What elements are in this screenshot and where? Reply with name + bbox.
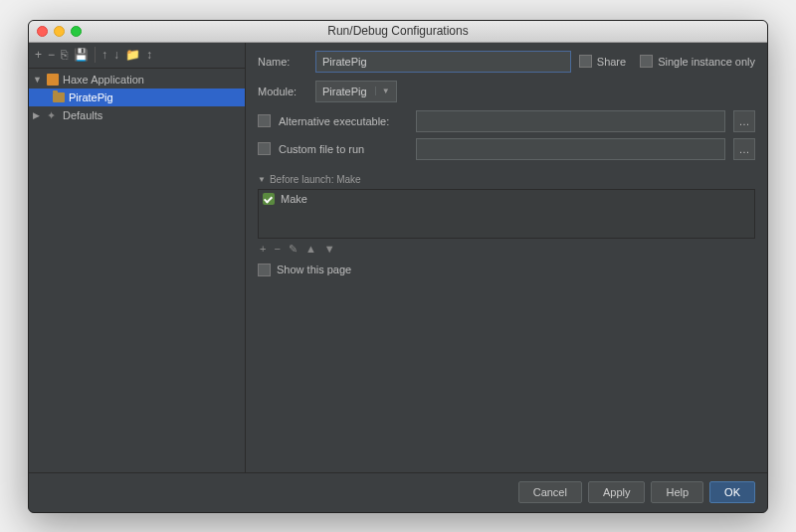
tree-node-haxe[interactable]: ▼ Haxe Application (29, 71, 245, 89)
edit-icon[interactable]: ✎ (289, 243, 298, 256)
config-icon (53, 92, 65, 102)
wrench-icon: ✦ (47, 109, 59, 121)
minimize-icon[interactable] (54, 26, 65, 37)
before-launch-header[interactable]: ▼ Before launch: Make (258, 174, 755, 185)
section-label: Before launch: Make (270, 174, 361, 185)
remove-icon[interactable]: − (48, 48, 55, 62)
custom-file-input[interactable] (416, 138, 725, 160)
remove-icon[interactable]: − (274, 243, 280, 256)
tree-label: PiratePig (69, 91, 113, 103)
add-icon[interactable]: + (260, 243, 266, 256)
module-label: Module: (258, 86, 307, 97)
alt-exec-input[interactable] (416, 110, 725, 132)
ok-button[interactable]: OK (709, 481, 755, 503)
sidebar-toolbar: + − ⎘ 💾 ↑ ↓ 📁 ↕ (29, 43, 245, 69)
help-button[interactable]: Help (651, 481, 703, 503)
tree-node-piratepig[interactable]: PiratePig (29, 89, 245, 106)
chevron-down-icon: ▼ (33, 75, 43, 85)
single-label: Single instance only (658, 56, 755, 68)
cancel-button[interactable]: Cancel (518, 481, 582, 503)
single-checkbox[interactable] (640, 55, 653, 68)
share-option[interactable]: Share (579, 55, 626, 68)
tree-label: Defaults (63, 109, 102, 121)
name-input[interactable] (315, 51, 571, 73)
tree-label: Haxe Application (63, 74, 144, 86)
share-checkbox[interactable] (579, 55, 592, 68)
module-value: PiratePig (322, 86, 367, 97)
chevron-down-icon: ▼ (258, 175, 266, 184)
name-label: Name: (258, 56, 307, 68)
module-select[interactable]: PiratePig ▼ (315, 81, 397, 102)
window-title: Run/Debug Configurations (29, 24, 767, 38)
separator (95, 47, 96, 63)
make-label: Make (281, 193, 307, 205)
save-icon[interactable]: 💾 (74, 48, 89, 62)
list-toolbar: + − ✎ ▲ ▼ (258, 239, 755, 260)
copy-icon[interactable]: ⎘ (61, 48, 68, 62)
config-tree: ▼ Haxe Application PiratePig ▶ ✦ Default… (29, 69, 245, 472)
filter-icon[interactable]: ↕ (146, 48, 152, 62)
show-page-option[interactable]: Show this page (258, 264, 755, 276)
show-page-label: Show this page (277, 264, 351, 275)
haxe-icon (47, 74, 59, 86)
custom-file-label: Custom file to run (279, 143, 408, 155)
list-item[interactable]: Make (261, 192, 752, 206)
apply-button[interactable]: Apply (588, 481, 646, 503)
close-icon[interactable] (37, 26, 48, 37)
share-label: Share (597, 56, 626, 68)
alt-exec-checkbox[interactable] (258, 114, 271, 127)
maximize-icon[interactable] (71, 26, 82, 37)
down-icon[interactable]: ↓ (113, 48, 119, 62)
browse-button[interactable]: … (733, 138, 755, 160)
make-icon (263, 193, 275, 205)
down-icon[interactable]: ▼ (324, 243, 335, 256)
titlebar: Run/Debug Configurations (29, 21, 767, 43)
chevron-right-icon: ▶ (33, 110, 43, 120)
sidebar: + − ⎘ 💾 ↑ ↓ 📁 ↕ ▼ Haxe Application Pirat (29, 43, 246, 472)
up-icon[interactable]: ↑ (101, 48, 107, 62)
main-panel: Name: Share Single instance only Module: (246, 43, 767, 472)
browse-button[interactable]: … (733, 110, 755, 132)
before-launch-list: Make (258, 189, 755, 239)
alt-exec-label: Alternative executable: (279, 115, 408, 127)
up-icon[interactable]: ▲ (305, 243, 316, 256)
config-dialog: Run/Debug Configurations + − ⎘ 💾 ↑ ↓ 📁 ↕… (28, 20, 768, 513)
folder-icon[interactable]: 📁 (125, 48, 140, 62)
chevron-down-icon: ▼ (375, 87, 390, 95)
tree-node-defaults[interactable]: ▶ ✦ Defaults (29, 106, 245, 124)
dialog-footer: Cancel Apply Help OK (29, 472, 767, 512)
add-icon[interactable]: + (35, 48, 42, 62)
single-instance-option[interactable]: Single instance only (640, 55, 755, 68)
custom-file-checkbox[interactable] (258, 142, 271, 155)
show-page-checkbox[interactable] (258, 264, 271, 276)
